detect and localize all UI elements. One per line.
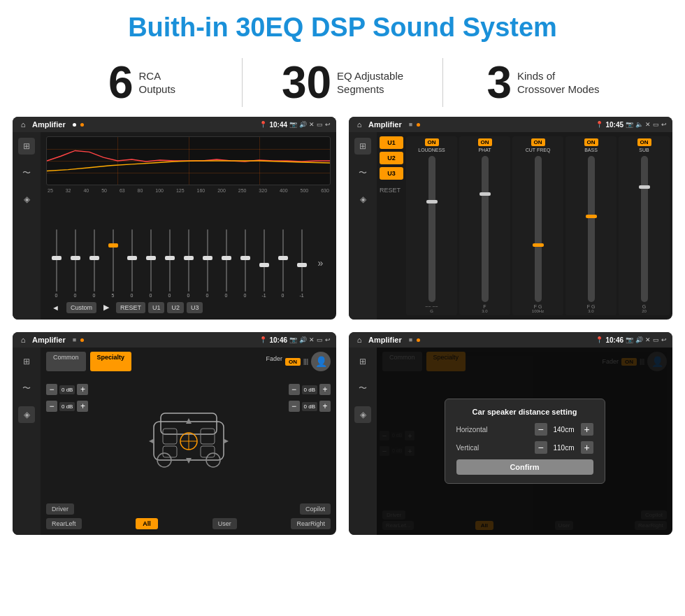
- fader-rearright-btn[interactable]: RearRight: [291, 518, 331, 529]
- eq-reset-btn[interactable]: RESET: [116, 302, 145, 313]
- eq-slider-5[interactable]: 0: [142, 228, 159, 298]
- screen-amp: ⌂ Amplifier ■ 📍 10:45 📷 🔈 ✕ ▭ ↩ ⊞ 〜 ◈: [349, 117, 672, 320]
- eq-slider-13[interactable]: -1: [293, 228, 310, 298]
- vol-icon-2: 🔈: [635, 121, 643, 128]
- eq-slider-10[interactable]: 0: [236, 228, 254, 298]
- back-icon-2: ↩: [661, 121, 667, 128]
- eq-slider-8[interactable]: 0: [199, 228, 216, 298]
- dialog-overlay: Car speaker distance setting Horizontal …: [377, 348, 672, 535]
- fader-minus-tl[interactable]: −: [46, 384, 57, 395]
- eq-slider-4[interactable]: 0: [123, 228, 140, 298]
- dialog-vertical-plus[interactable]: +: [581, 441, 593, 454]
- fader-spk-icon[interactable]: ◈: [18, 406, 35, 423]
- amp-wave-icon[interactable]: 〜: [354, 164, 371, 181]
- cam-icon-4: 📷: [626, 336, 633, 343]
- eq-slider-3[interactable]: 5: [104, 228, 122, 298]
- fader-plus-tr[interactable]: +: [319, 384, 331, 395]
- status-bar-2: ⌂ Amplifier ■ 📍 10:45 📷 🔈 ✕ ▭ ↩: [349, 117, 672, 132]
- fader-driver-btn[interactable]: Driver: [46, 503, 74, 515]
- eq-slider-12[interactable]: 0: [274, 228, 291, 298]
- fader-plus-bl[interactable]: +: [77, 401, 88, 412]
- dialog-vertical-minus[interactable]: −: [535, 441, 547, 454]
- fader-ctrl-bl: − 0 dB +: [46, 401, 88, 412]
- amp-sub-slider[interactable]: [641, 156, 648, 302]
- screen-fader-content: ⊞ 〜 ◈ Common Specialty Fader ON ||| 👤: [13, 348, 336, 535]
- eq-slider-skip[interactable]: »: [312, 228, 329, 298]
- fader-bars: |||: [303, 358, 308, 365]
- svg-rect-4: [163, 429, 177, 444]
- amp-phat-slider[interactable]: [482, 156, 489, 302]
- eq-u2-btn[interactable]: U2: [167, 302, 184, 313]
- amp-bass-range: 3.0: [588, 309, 593, 313]
- amp-cutfreq-slider[interactable]: [535, 156, 542, 302]
- amp-preset-u3[interactable]: U3: [380, 167, 403, 180]
- dialog-horizontal-plus[interactable]: +: [581, 423, 593, 436]
- eq-u1-btn[interactable]: U1: [148, 302, 165, 313]
- svg-marker-11: [186, 418, 192, 424]
- cam-icon-1: 📷: [289, 121, 297, 128]
- fader-plus-tl[interactable]: +: [77, 384, 88, 395]
- eq-u3-btn[interactable]: U3: [187, 302, 203, 313]
- fader-plus-br[interactable]: +: [319, 401, 331, 412]
- dialog-horizontal-value: 140cm: [550, 426, 578, 434]
- dialog-vertical-label: Vertical: [456, 444, 480, 452]
- eq-wave-icon[interactable]: 〜: [18, 164, 35, 181]
- pin-icon-1: 📍: [259, 121, 267, 128]
- amp-loudness-range: G: [430, 309, 433, 313]
- dialog-eq-icon[interactable]: ⊞: [354, 353, 371, 370]
- fader-all-btn[interactable]: All: [136, 518, 158, 529]
- eq-filter-icon[interactable]: ⊞: [18, 138, 35, 155]
- amp-bass-slider[interactable]: [588, 156, 595, 302]
- fader-tab-specialty[interactable]: Specialty: [90, 352, 132, 371]
- amp-phat-on[interactable]: ON: [478, 138, 492, 146]
- eq-slider-11[interactable]: -1: [255, 228, 273, 298]
- fader-copilot-btn[interactable]: Copilot: [300, 503, 331, 515]
- confirm-button[interactable]: Confirm: [456, 459, 593, 475]
- rect-icon-3: ▭: [317, 336, 323, 343]
- fader-rearleft-btn[interactable]: RearLeft: [46, 518, 82, 529]
- amp-cutfreq-on[interactable]: ON: [531, 138, 545, 146]
- fader-eq-icon[interactable]: ⊞: [18, 353, 35, 370]
- fader-minus-tr[interactable]: −: [289, 384, 300, 395]
- fader-user-btn[interactable]: User: [212, 518, 237, 529]
- amp-eq-icon[interactable]: ⊞: [354, 138, 371, 155]
- amp-cutfreq-range: 100Hz: [532, 309, 544, 313]
- amp-preset-u2[interactable]: U2: [380, 152, 403, 164]
- status-bar-3: ⌂ Amplifier ■ 📍 10:46 📷 🔊 ✕ ▭ ↩: [13, 332, 336, 348]
- amp-bass-on[interactable]: ON: [584, 138, 598, 146]
- eq-custom-btn[interactable]: Custom: [66, 302, 96, 313]
- eq-bottom-bar: ◄ Custom ▶ RESET U1 U2 U3: [46, 298, 331, 315]
- fader-right-controls: − 0 dB + − 0 dB +: [289, 384, 331, 412]
- amp-loudness-on[interactable]: ON: [425, 138, 439, 146]
- eq-slider-9[interactable]: 0: [217, 228, 235, 298]
- fader-bottom-row1: Driver Copilot: [46, 501, 331, 517]
- amp-sub-on[interactable]: ON: [637, 138, 651, 146]
- status-time-2: 10:45: [605, 121, 623, 129]
- x-icon-1: ✕: [309, 121, 315, 128]
- amp-loudness-slider[interactable]: [428, 156, 435, 302]
- dialog-wave-icon[interactable]: 〜: [354, 380, 371, 396]
- fader-on-badge[interactable]: ON: [285, 358, 301, 366]
- fader-minus-br[interactable]: −: [289, 401, 300, 412]
- amp-loudness-channel: ON LOUDNESS ~~ ~~ G: [406, 136, 457, 315]
- dialog-spk-icon[interactable]: ◈: [354, 406, 371, 423]
- eq-slider-1[interactable]: 0: [66, 228, 84, 298]
- eq-speaker-icon[interactable]: ◈: [18, 191, 35, 208]
- eq-slider-6[interactable]: 0: [161, 228, 178, 298]
- dialog-horizontal-minus[interactable]: −: [535, 423, 547, 436]
- amp-spk-icon[interactable]: ◈: [354, 191, 371, 208]
- eq-back-btn[interactable]: ◄: [48, 301, 64, 314]
- home-icon-1: ⌂: [18, 120, 28, 129]
- fader-val-bl: 0 dB: [59, 402, 75, 411]
- stat-crossover: 3 Kinds ofCrossover Modes: [443, 60, 643, 105]
- amp-preset-u1[interactable]: U1: [380, 136, 403, 149]
- eq-slider-0[interactable]: 0: [48, 228, 65, 298]
- fader-tab-common[interactable]: Common: [46, 352, 86, 371]
- screen-fader: ⌂ Amplifier ■ 📍 10:46 📷 🔊 ✕ ▭ ↩ ⊞ 〜 ◈: [13, 332, 336, 535]
- fader-wave-icon[interactable]: 〜: [18, 380, 35, 396]
- fader-minus-bl[interactable]: −: [46, 401, 57, 412]
- eq-play-btn[interactable]: ▶: [99, 301, 113, 314]
- eq-slider-2[interactable]: 0: [85, 228, 103, 298]
- stat-rca-number: 6: [108, 60, 134, 105]
- eq-slider-7[interactable]: 0: [180, 228, 197, 298]
